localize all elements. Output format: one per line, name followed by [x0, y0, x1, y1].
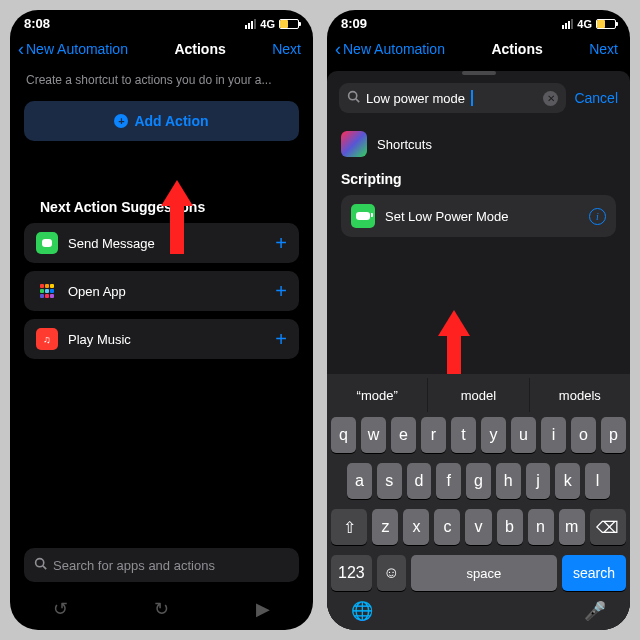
key-w[interactable]: w [361, 417, 386, 453]
key-v[interactable]: v [465, 509, 491, 545]
clear-icon[interactable]: ✕ [543, 91, 558, 106]
backspace-key[interactable]: ⌫ [590, 509, 626, 545]
battery-icon [351, 204, 375, 228]
app-grid-icon [36, 280, 58, 302]
redo-icon[interactable]: ↻ [154, 598, 169, 620]
music-icon [36, 328, 58, 350]
result-set-low-power-mode[interactable]: Set Low Power Mode i [341, 195, 616, 237]
back-button[interactable]: ‹New Automation [335, 41, 445, 57]
search-value: Low power mode [366, 91, 465, 106]
suggestion-open-app[interactable]: Open App + [24, 271, 299, 311]
key-i[interactable]: i [541, 417, 566, 453]
annotation-arrow [166, 180, 188, 254]
key-p[interactable]: p [601, 417, 626, 453]
shortcuts-section[interactable]: Shortcuts [327, 123, 630, 171]
key-a[interactable]: a [347, 463, 372, 499]
play-icon[interactable]: ▶ [256, 598, 270, 620]
key-h[interactable]: h [496, 463, 521, 499]
kb-suggestion[interactable]: “mode” [327, 378, 428, 412]
add-action-button[interactable]: + Add Action [24, 101, 299, 141]
key-r[interactable]: r [421, 417, 446, 453]
keyboard: “mode” model models qwertyuiop asdfghjkl… [327, 374, 630, 630]
key-y[interactable]: y [481, 417, 506, 453]
status-time: 8:09 [341, 16, 367, 31]
back-button[interactable]: ‹New Automation [18, 41, 128, 57]
info-icon[interactable]: i [589, 208, 606, 225]
phone-right: 8:09 4G ‹New Automation Actions Next Low… [327, 10, 630, 630]
key-t[interactable]: t [451, 417, 476, 453]
svg-point-0 [36, 559, 44, 567]
battery-icon [279, 19, 299, 29]
add-icon[interactable]: + [275, 280, 287, 303]
keyboard-suggestions: “mode” model models [327, 378, 630, 412]
signal-icon [245, 19, 256, 29]
add-icon[interactable]: + [275, 328, 287, 351]
emoji-key[interactable]: ☺ [377, 555, 406, 591]
carrier-label: 4G [577, 18, 592, 30]
status-time: 8:08 [24, 16, 50, 31]
svg-line-3 [356, 99, 359, 102]
search-key[interactable]: search [562, 555, 626, 591]
key-u[interactable]: u [511, 417, 536, 453]
kb-suggestion[interactable]: model [428, 378, 529, 412]
key-z[interactable]: z [372, 509, 398, 545]
message-icon [36, 232, 58, 254]
shortcuts-icon [341, 131, 367, 157]
chevron-left-icon: ‹ [335, 42, 341, 56]
key-d[interactable]: d [407, 463, 432, 499]
search-bar[interactable]: Search for apps and actions [24, 548, 299, 582]
next-button[interactable]: Next [589, 41, 618, 57]
annotation-arrow [443, 310, 465, 384]
undo-icon[interactable]: ↺ [53, 598, 68, 620]
key-q[interactable]: q [331, 417, 356, 453]
shift-key[interactable]: ⇧ [331, 509, 367, 545]
plus-circle-icon: + [114, 114, 128, 128]
kb-suggestion[interactable]: models [530, 378, 630, 412]
status-bar: 8:08 4G [10, 10, 313, 31]
sheet-grabber[interactable] [462, 71, 496, 75]
key-k[interactable]: k [555, 463, 580, 499]
signal-icon [562, 19, 573, 29]
key-x[interactable]: x [403, 509, 429, 545]
mic-icon[interactable]: 🎤 [584, 600, 606, 622]
key-n[interactable]: n [528, 509, 554, 545]
next-button[interactable]: Next [272, 41, 301, 57]
search-placeholder: Search for apps and actions [53, 558, 215, 573]
key-c[interactable]: c [434, 509, 460, 545]
svg-point-2 [349, 92, 357, 100]
suggestion-play-music[interactable]: Play Music + [24, 319, 299, 359]
key-l[interactable]: l [585, 463, 610, 499]
key-g[interactable]: g [466, 463, 491, 499]
key-b[interactable]: b [497, 509, 523, 545]
key-o[interactable]: o [571, 417, 596, 453]
key-123[interactable]: 123 [331, 555, 372, 591]
suggestion-send-message[interactable]: Send Message + [24, 223, 299, 263]
globe-icon[interactable]: 🌐 [351, 600, 373, 622]
key-s[interactable]: s [377, 463, 402, 499]
battery-icon [596, 19, 616, 29]
nav-bar: ‹New Automation Actions Next [327, 31, 630, 65]
search-input[interactable]: Low power mode ✕ [339, 83, 566, 113]
nav-title: Actions [491, 41, 542, 57]
key-m[interactable]: m [559, 509, 585, 545]
toolbar: ↺ ↻ ▶ [10, 598, 313, 620]
chevron-left-icon: ‹ [18, 42, 24, 56]
scripting-header: Scripting [341, 171, 616, 187]
search-icon [34, 557, 47, 573]
space-key[interactable]: space [411, 555, 557, 591]
carrier-label: 4G [260, 18, 275, 30]
key-e[interactable]: e [391, 417, 416, 453]
cancel-button[interactable]: Cancel [574, 90, 618, 106]
nav-title: Actions [174, 41, 225, 57]
phone-left: 8:08 4G ‹New Automation Actions Next Cre… [10, 10, 313, 630]
subtitle: Create a shortcut to actions you do in y… [10, 65, 313, 101]
add-icon[interactable]: + [275, 232, 287, 255]
svg-line-1 [43, 566, 46, 569]
status-bar: 8:09 4G [327, 10, 630, 31]
text-cursor [471, 90, 473, 106]
key-j[interactable]: j [526, 463, 551, 499]
key-f[interactable]: f [436, 463, 461, 499]
search-icon [347, 90, 360, 106]
nav-bar: ‹New Automation Actions Next [10, 31, 313, 65]
